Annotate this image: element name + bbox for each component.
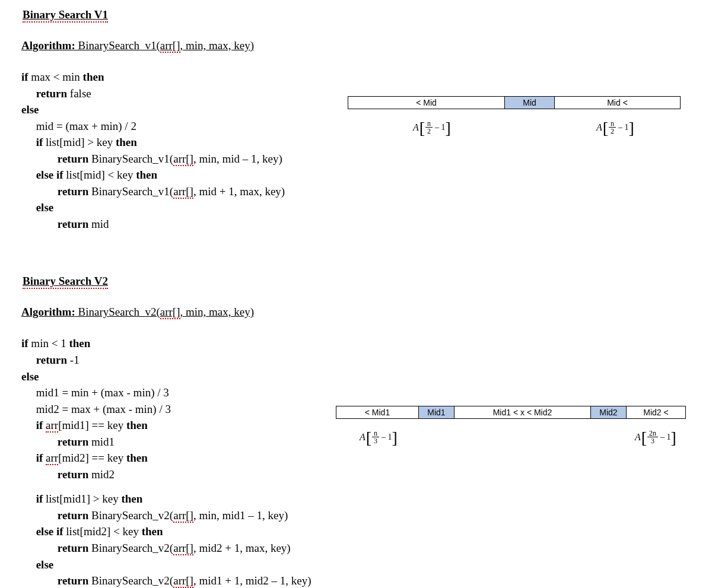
A: A: [635, 432, 641, 443]
arr-token: arr[]: [160, 39, 180, 53]
A: A: [360, 432, 365, 443]
pseudocode-v1: if max < min then return false else mid …: [21, 69, 354, 232]
txt: mid1: [88, 436, 115, 448]
A: A: [596, 122, 602, 133]
sig-part: , min, max, key): [180, 306, 255, 318]
kw: if: [36, 492, 43, 505]
bracket-icon: ]: [446, 122, 451, 134]
tail: – 1: [618, 123, 629, 132]
kw: return: [58, 468, 88, 481]
diagram-v2: < Mid1 Mid1 Mid1 < x < Mid2 Mid2 Mid2 < …: [336, 406, 692, 444]
txt: mid2: [88, 468, 115, 481]
kw: return: [58, 509, 88, 522]
kw: if: [36, 136, 43, 148]
tail: – 1: [435, 123, 446, 132]
txt: max < min: [28, 71, 83, 83]
kw: then: [83, 71, 104, 83]
txt: , min, mid – 1, key): [193, 152, 282, 165]
txt: mid = (max + min) / 2: [36, 120, 136, 132]
bracket-icon: [: [603, 122, 608, 134]
fraction: n 2: [425, 120, 433, 135]
txt: -1: [67, 354, 80, 366]
algorithm-label: Algorithm:: [21, 306, 75, 318]
kw: if: [36, 419, 46, 431]
diagram-v1: < Mid Mid Mid < A [ n 2 – 1 ] A [ n 2: [348, 96, 686, 135]
sig-part: , min, max, key): [180, 39, 255, 52]
txt: BinarySearch_v1(: [88, 152, 173, 165]
kw: else if: [36, 169, 63, 181]
arr-token: arr[]: [173, 509, 193, 523]
bracket-icon: ]: [671, 432, 676, 444]
fraction: n 2: [609, 120, 616, 135]
txt: list[mid] < key: [63, 169, 136, 181]
sig-part: BinarySearch_v1(: [75, 39, 160, 52]
segment-gt-mid2: Mid2 <: [627, 406, 686, 419]
txt: , mid + 1, max, key): [193, 185, 285, 198]
algorithm-label: Algorithm:: [21, 39, 75, 52]
tail: – 1: [660, 433, 671, 442]
kw: return: [58, 542, 88, 554]
kw: then: [116, 136, 137, 148]
bracket-icon: ]: [392, 432, 398, 444]
txt: false: [67, 87, 91, 100]
segment-lt-mid: < Mid: [348, 96, 505, 109]
txt: , min, mid1 – 1, key): [193, 509, 288, 522]
bracket-icon: ]: [629, 122, 634, 134]
kw: else: [36, 201, 54, 214]
arr-token: arr[]: [173, 152, 193, 166]
txt: list[mid] > key: [43, 136, 116, 148]
segment-lt-mid1: < Mid1: [336, 406, 419, 419]
fraction: n 3: [372, 430, 379, 444]
kw: return: [58, 574, 88, 587]
kw: return: [58, 185, 88, 198]
A: A: [413, 122, 419, 133]
kw: return: [36, 354, 67, 366]
bracket-icon: [: [366, 432, 371, 444]
denominator: 2: [609, 128, 616, 135]
formula-right: A [ 2n 3 – 1 ]: [635, 430, 676, 444]
formula-right: A [ n 2 – 1 ]: [596, 120, 634, 135]
denominator: 3: [372, 437, 379, 444]
section-v2: Binary Search V2 Algorithm: BinarySearch…: [21, 275, 354, 588]
heading-v1: Binary Search V1: [23, 8, 108, 23]
kw: else: [21, 103, 39, 116]
segment-mid1: Mid1: [419, 406, 454, 419]
denominator: 3: [649, 437, 656, 444]
arr-token: arr[]: [173, 542, 193, 555]
txt: , mid1 + 1, mid2 – 1, key): [193, 574, 312, 587]
denominator: 2: [425, 128, 433, 135]
txt: BinarySearch_v2(: [88, 509, 173, 522]
txt: list[mid2] < key: [63, 525, 142, 538]
kw: if: [21, 337, 28, 349]
segment-gt-mid: Mid <: [555, 96, 681, 109]
txt: mid2 = max + (max - min) / 3: [36, 403, 171, 415]
formula-left: A [ n 3 – 1 ]: [360, 430, 398, 444]
kw: else if: [36, 525, 63, 538]
txt: , mid2 + 1, max, key): [193, 542, 291, 554]
segment-mid: Mid: [505, 96, 555, 109]
array-boxes: < Mid1 Mid1 Mid1 < x < Mid2 Mid2 Mid2 <: [336, 406, 692, 419]
kw: return: [58, 436, 88, 448]
arr-token: arr: [46, 452, 58, 465]
kw: if: [21, 71, 28, 83]
arr-token: arr: [46, 419, 58, 433]
section-v1: Binary Search V1 Algorithm: BinarySearch…: [21, 8, 354, 232]
kw: else: [36, 558, 54, 571]
tail: – 1: [382, 433, 392, 442]
algorithm-signature-v1: Algorithm: BinarySearch_v1(arr[], min, m…: [21, 39, 354, 52]
kw: then: [142, 525, 163, 538]
kw: then: [136, 169, 157, 181]
formula-left: A [ n 2 – 1 ]: [413, 120, 451, 135]
txt: mid: [88, 218, 109, 230]
txt: [mid2] == key: [58, 452, 126, 464]
heading-v2: Binary Search V2: [23, 275, 108, 289]
array-boxes: < Mid Mid Mid <: [348, 96, 686, 109]
kw: then: [69, 337, 90, 349]
arr-token: arr[]: [173, 185, 193, 199]
algorithm-signature-v2: Algorithm: BinarySearch_v2(arr[], min, m…: [21, 306, 354, 319]
formula-row: A [ n 3 – 1 ] A [ 2n 3 – 1 ]: [336, 430, 692, 444]
arr-token: arr[]: [160, 306, 180, 319]
document-page: Binary Search V1 Algorithm: BinarySearch…: [0, 0, 712, 588]
kw: then: [126, 452, 148, 464]
segment-mid2: Mid2: [591, 406, 627, 419]
